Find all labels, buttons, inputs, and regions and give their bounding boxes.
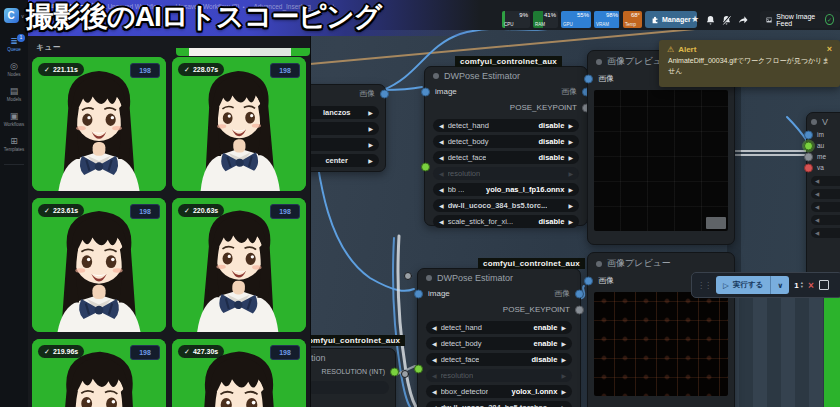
arrow-right-icon[interactable]: ▶ bbox=[568, 170, 573, 177]
arrow-left-icon[interactable]: ◀ bbox=[432, 388, 437, 395]
arrow-right-icon[interactable]: ▶ bbox=[561, 388, 566, 395]
node-widget[interactable]: ◀ dw-ll_ucoco_384_bs5.torc... ▶ bbox=[433, 199, 579, 212]
node-widget[interactable]: ◀ bbox=[811, 215, 840, 225]
node-widget[interactable]: ◀ bbox=[811, 176, 840, 186]
output-pose-dot[interactable] bbox=[575, 305, 584, 314]
arrow-right-icon[interactable]: ▶ bbox=[561, 372, 566, 379]
feed-enabled-check-icon[interactable]: ✓ bbox=[825, 14, 834, 25]
sidebar-item[interactable]: ◎ Nodes bbox=[0, 57, 28, 82]
batch-count-stepper[interactable]: 1 ▴ ▾ bbox=[794, 281, 803, 290]
sidebar-item[interactable]: ▣ Workflows bbox=[0, 107, 28, 132]
close-icon[interactable]: × bbox=[827, 44, 832, 54]
node-dwpose-estimator-1[interactable]: comfyui_controlnet_aux DWPose Estimator … bbox=[424, 66, 588, 226]
arrow-left-icon[interactable]: ◀ bbox=[439, 122, 444, 129]
node-widget[interactable]: ◀ resolution ▶ bbox=[433, 167, 579, 180]
input-image-dot[interactable] bbox=[584, 276, 593, 285]
node-widget[interactable]: ◀ bbox=[811, 202, 840, 212]
bell-off-icon[interactable] bbox=[722, 15, 731, 25]
drag-handle[interactable]: ⋮⋮ bbox=[697, 281, 711, 290]
arrow-right-icon[interactable]: ▶ bbox=[368, 141, 373, 148]
node-widget[interactable] bbox=[307, 381, 389, 394]
node-widget[interactable]: ◀ dw-ll_ucoco_384_bs5.torchsc... ▶ bbox=[426, 401, 572, 407]
share-icon[interactable] bbox=[738, 15, 748, 24]
input-image-dot[interactable] bbox=[414, 289, 423, 298]
arrow-left-icon[interactable]: ◀ bbox=[432, 340, 437, 347]
stepper-arrows[interactable]: ▴ ▾ bbox=[801, 281, 803, 289]
input-dot[interactable] bbox=[804, 141, 813, 150]
arrow-left-icon[interactable]: ◀ bbox=[439, 186, 444, 193]
show-image-feed-toggle[interactable]: Show Image Feed ✓ bbox=[760, 11, 840, 28]
arrow-left-icon[interactable]: ◀ bbox=[432, 324, 437, 331]
node-widget[interactable]: ◀ detect_body disable ▶ bbox=[433, 135, 579, 148]
arrow-right-icon[interactable]: ▶ bbox=[368, 125, 373, 132]
resize-handle[interactable] bbox=[706, 217, 726, 229]
arrow-right-icon[interactable]: ▶ bbox=[368, 109, 373, 116]
node-dwpose-estimator-2[interactable]: comfyui_controlnet_aux DWPose Estimator … bbox=[417, 268, 581, 407]
arrow-left-icon[interactable]: ◀ bbox=[432, 356, 437, 363]
queue-result-card[interactable]: ✓ 427.30s 198 bbox=[172, 339, 306, 407]
node-widget[interactable]: ◀ resolution ▶ bbox=[426, 369, 572, 382]
arrow-left-icon[interactable]: ◀ bbox=[439, 170, 444, 177]
queue-result-card[interactable]: ✓ 223.61s 198 bbox=[32, 198, 166, 332]
node-widget[interactable]: ◀ detect_face disable ▶ bbox=[433, 151, 579, 164]
arrow-left-icon[interactable]: ◀ bbox=[439, 154, 444, 161]
collapse-dot[interactable] bbox=[811, 119, 817, 125]
sidebar-item[interactable]: ▤ Models bbox=[0, 82, 28, 107]
collapse-dot[interactable] bbox=[596, 261, 602, 267]
app-logo-row[interactable]: C ∨ bbox=[4, 8, 25, 23]
run-button[interactable]: ▷ 実行する ∨ bbox=[716, 276, 789, 294]
node-widget[interactable]: ▶ bbox=[303, 138, 379, 151]
arrow-left-icon[interactable]: ◀ bbox=[439, 202, 444, 209]
input-resolution-dot[interactable] bbox=[414, 365, 423, 374]
sidebar-item[interactable]: ≣ Queue 1 bbox=[0, 32, 28, 57]
manager-button[interactable]: Manager bbox=[645, 11, 697, 28]
input-dot[interactable] bbox=[804, 130, 813, 139]
arrow-right-icon[interactable]: ▶ bbox=[561, 324, 566, 331]
node-widget[interactable]: ◀ bbox=[811, 228, 840, 238]
node-widget[interactable]: ◀ detect_face disable ▶ bbox=[426, 353, 572, 366]
input-dot[interactable] bbox=[804, 163, 813, 172]
input-dot[interactable] bbox=[804, 152, 813, 161]
sidebar-item[interactable]: ⊞ Templates bbox=[0, 132, 28, 157]
collapse-dot[interactable] bbox=[433, 73, 439, 79]
queue-result-card[interactable]: ✓ 221.11s 198 bbox=[32, 57, 166, 191]
node-widget[interactable]: ◀ scale_stick_for_xi... disable ▶ bbox=[433, 215, 579, 228]
arrow-left-icon[interactable]: ◀ bbox=[439, 138, 444, 145]
input-image-dot[interactable] bbox=[584, 74, 593, 83]
arrow-right-icon[interactable]: ▶ bbox=[568, 218, 573, 225]
arrow-right-icon[interactable]: ▶ bbox=[561, 340, 566, 347]
arrow-right-icon[interactable]: ▶ bbox=[568, 138, 573, 145]
stop-icon[interactable] bbox=[819, 280, 829, 290]
node-widget[interactable]: lanczos ▶ bbox=[303, 106, 379, 119]
node-widget[interactable]: ◀ bb ... yolo_nas_l_fp16.onnx ▶ bbox=[433, 183, 579, 196]
node-widget[interactable]: ◀ bbox_detector yolox_l.onnx ▶ bbox=[426, 385, 572, 398]
node-widget[interactable]: ◀ detect_hand disable ▶ bbox=[433, 119, 579, 132]
star-icon[interactable]: ★ bbox=[691, 15, 699, 24]
arrow-right-icon[interactable]: ▶ bbox=[568, 202, 573, 209]
input-resolution-dot[interactable] bbox=[421, 163, 430, 172]
chevron-down-icon[interactable]: ∨ bbox=[771, 281, 789, 290]
arrow-right-icon[interactable]: ▶ bbox=[561, 356, 566, 363]
node-resolution-partial[interactable]: omfyui_controlnet_aux ution RESOLUTION (… bbox=[300, 348, 396, 407]
node-widget[interactable]: ◀ detect_body enable ▶ bbox=[426, 337, 572, 350]
output-image-dot[interactable] bbox=[380, 89, 389, 98]
collapse-dot[interactable] bbox=[426, 275, 432, 281]
queue-result-card[interactable]: ✓ 228.07s 198 bbox=[172, 57, 306, 191]
input-image-dot[interactable] bbox=[421, 87, 430, 96]
collapse-dot[interactable] bbox=[596, 59, 602, 65]
queue-result-card[interactable]: ✓ 220.63s 198 bbox=[172, 198, 306, 332]
node-widget[interactable]: ▶ bbox=[303, 122, 379, 135]
cancel-icon[interactable]: × bbox=[808, 280, 814, 291]
comfyui-logo[interactable]: C bbox=[4, 8, 19, 23]
chevron-down-icon[interactable]: ∨ bbox=[21, 13, 25, 19]
arrow-right-icon[interactable]: ▶ bbox=[368, 157, 373, 164]
bell-icon[interactable] bbox=[706, 15, 715, 25]
node-video-combine-partial[interactable]: V im au me va bbox=[806, 112, 840, 286]
output-resolution-dot[interactable] bbox=[390, 367, 399, 376]
queue-result-card[interactable]: ✓ 219.96s 198 bbox=[32, 339, 166, 407]
arrow-right-icon[interactable]: ▶ bbox=[568, 122, 573, 129]
arrow-right-icon[interactable]: ▶ bbox=[568, 154, 573, 161]
output-image-dot[interactable] bbox=[575, 289, 584, 298]
node-widget[interactable]: ◀ detect_hand enable ▶ bbox=[426, 321, 572, 334]
arrow-left-icon[interactable]: ◀ bbox=[439, 218, 444, 225]
